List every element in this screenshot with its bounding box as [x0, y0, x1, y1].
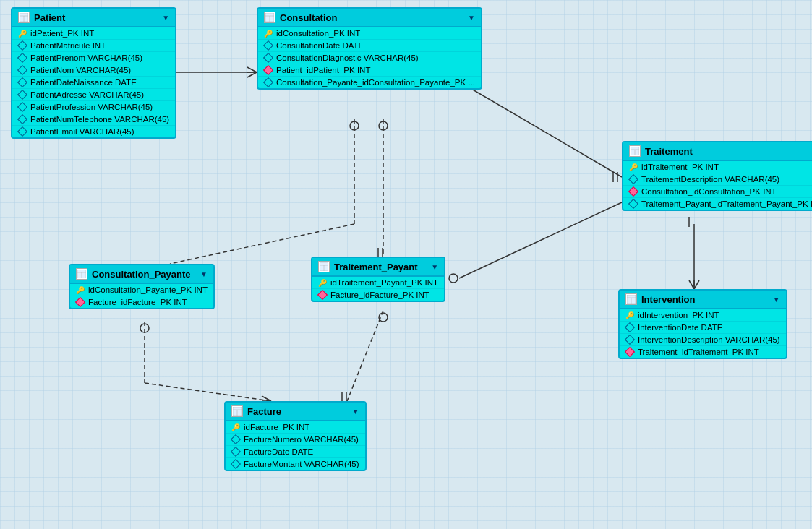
svg-line-6 [456, 79, 622, 177]
table-row: InterventionDate DATE [620, 322, 786, 334]
table-row: 🔑idIntervention_PK INT [620, 309, 786, 322]
field-label: idConsultation_PK INT [276, 29, 360, 38]
entity-header-traitement_payant: Traitement_Payant▼ [312, 258, 444, 277]
table-row: FactureDate DATE [226, 446, 365, 458]
table-row: Traitement_Payant_idTraitement_Payant_PK… [623, 198, 812, 210]
diamond-filled-icon [318, 291, 327, 299]
field-label: PatientNumTelephone VARCHAR(45) [30, 115, 169, 124]
table-row: PatientAdresse VARCHAR(45) [12, 89, 175, 101]
field-label: PatientProfession VARCHAR(45) [30, 103, 153, 111]
diamond-empty-icon [625, 335, 634, 344]
key-icon: 🔑 [231, 423, 240, 431]
collapse-arrow-icon[interactable]: ▼ [200, 270, 208, 278]
table-row: 🔑idTraitement_Payant_PK INT [312, 277, 444, 289]
collapse-arrow-icon[interactable]: ▼ [468, 14, 475, 22]
entity-header-facture: Facture▼ [226, 403, 365, 421]
table-row: PatientMatricule INT [12, 40, 175, 52]
table-row: PatientDateNaissance DATE [12, 77, 175, 89]
entity-title-intervention: Intervention [641, 294, 769, 305]
field-label: PatientNom VARCHAR(45) [30, 66, 131, 74]
field-label: ConsultationDate DATE [276, 41, 364, 50]
table-icon [318, 261, 330, 272]
table-row: FactureNumero VARCHAR(45) [226, 434, 365, 446]
field-label: PatientAdresse VARCHAR(45) [30, 90, 144, 99]
table-row: PatientNumTelephone VARCHAR(45) [12, 113, 175, 126]
entity-title-traitement: Traitement [645, 146, 812, 157]
diamond-empty-icon [18, 127, 27, 136]
table-row: PatientProfession VARCHAR(45) [12, 101, 175, 113]
table-row: ConsultationDiagnostic VARCHAR(45) [258, 52, 481, 64]
entity-header-consultation: Consultation▼ [258, 9, 481, 27]
diamond-empty-icon [629, 199, 638, 208]
table-row: PatientEmail VARCHAR(45) [12, 126, 175, 137]
table-row: PatientNom VARCHAR(45) [12, 64, 175, 77]
table-row: Consultation_Payante_idConsultation_Paya… [258, 77, 481, 88]
field-label: idIntervention_PK INT [638, 311, 719, 319]
svg-point-29 [379, 313, 388, 322]
svg-line-35 [694, 280, 699, 289]
field-label: idFacture_PK INT [244, 423, 309, 431]
table-icon [629, 145, 641, 157]
collapse-arrow-icon[interactable]: ▼ [162, 14, 169, 22]
table-row: 🔑idConsultation_Payante_PK INT [70, 284, 213, 296]
collapse-arrow-icon[interactable]: ▼ [352, 408, 359, 416]
entity-facture: Facture▼🔑idFacture_PK INTFactureNumero V… [224, 401, 367, 471]
table-row: Traitement_idTraitement_PK INT [620, 346, 786, 358]
diamond-empty-icon [18, 103, 27, 111]
table-row: TraitementDescription VARCHAR(45) [623, 173, 812, 186]
field-label: InterventionDate DATE [638, 323, 722, 332]
table-row: Patient_idPatient_PK INT [258, 64, 481, 77]
diamond-empty-icon [18, 41, 27, 50]
field-label: ConsultationDiagnostic VARCHAR(45) [276, 53, 419, 62]
table-row: Consultation_idConsultation_PK INT [623, 186, 812, 198]
table-row: 🔑idPatient_PK INT [12, 27, 175, 40]
entity-consultation_payante: Consultation_Payante▼🔑idConsultation_Pay… [69, 264, 215, 309]
diamond-filled-icon [264, 66, 273, 74]
svg-line-2 [247, 72, 257, 77]
field-label: InterventionDescription VARCHAR(45) [638, 335, 780, 344]
field-label: FactureMontant VARCHAR(45) [244, 460, 359, 468]
key-icon: 🔑 [625, 311, 634, 319]
key-icon: 🔑 [264, 29, 273, 38]
key-icon: 🔑 [629, 163, 638, 171]
svg-line-18 [459, 202, 622, 278]
diamond-empty-icon [264, 41, 273, 50]
entity-header-consultation_payante: Consultation_Payante▼ [70, 265, 213, 284]
entity-consultation: Consultation▼🔑idConsultation_PK INTConsu… [257, 7, 482, 90]
entity-header-patient: Patient▼ [12, 9, 175, 27]
diamond-filled-icon [76, 298, 85, 306]
entity-title-facture: Facture [247, 406, 348, 417]
table-row: 🔑idTraitement_PK INT [623, 161, 812, 173]
table-icon [76, 268, 87, 280]
key-icon: 🔑 [318, 278, 327, 287]
field-label: idTraitement_PK INT [641, 163, 719, 171]
entity-title-consultation: Consultation [280, 12, 463, 23]
field-label: idConsultation_Payante_PK INT [88, 285, 208, 294]
key-icon: 🔑 [76, 285, 85, 294]
collapse-arrow-icon[interactable]: ▼ [431, 263, 438, 271]
diamond-filled-icon [625, 348, 634, 356]
field-label: Consultation_Payante_idConsultation_Paya… [276, 78, 475, 87]
table-row: 🔑idConsultation_PK INT [258, 27, 481, 40]
svg-line-1 [247, 67, 257, 72]
collapse-arrow-icon[interactable]: ▼ [773, 296, 780, 304]
svg-line-23 [145, 383, 271, 401]
field-label: Facture_idFacture_PK INT [330, 291, 429, 299]
diamond-filled-icon [629, 187, 638, 196]
entity-title-traitement_payant: Traitement_Payant [334, 262, 427, 272]
field-label: PatientDateNaissance DATE [30, 78, 137, 87]
field-label: FactureDate DATE [244, 447, 313, 456]
field-label: Traitement_Payant_idTraitement_Payant_PK… [641, 199, 812, 208]
diamond-empty-icon [18, 53, 27, 62]
key-icon: 🔑 [18, 29, 27, 38]
entity-title-consultation_payante: Consultation_Payante [92, 269, 196, 280]
diamond-empty-icon [18, 115, 27, 124]
entity-traitement_payant: Traitement_Payant▼🔑idTraitement_Payant_P… [311, 257, 445, 302]
diamond-empty-icon [231, 460, 240, 468]
table-icon [625, 293, 637, 305]
table-row: Facture_idFacture_PK INT [312, 289, 444, 301]
field-label: PatientMatricule INT [30, 41, 106, 50]
diamond-empty-icon [231, 447, 240, 456]
field-label: Traitement_idTraitement_PK INT [638, 348, 759, 356]
diamond-empty-icon [264, 78, 273, 87]
